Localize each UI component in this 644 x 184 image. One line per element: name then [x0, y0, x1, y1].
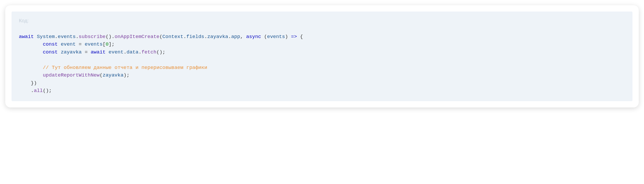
code-line-1: await System.events.subscribe().onAppIte…: [19, 34, 303, 40]
code-block: Код: await System.events.subscribe().onA…: [12, 12, 632, 101]
code-line-5: // Тут обновляем данные отчета и перерис…: [19, 65, 207, 71]
code-content: await System.events.subscribe().onAppIte…: [19, 33, 625, 95]
code-line-3: const zayavka = await event.data.fetch()…: [19, 49, 165, 55]
code-label: Код:: [19, 18, 625, 24]
code-line-6: updateReportWithNew(zayavka);: [19, 72, 130, 78]
code-line-8: .all();: [19, 88, 52, 94]
code-line-7: }): [19, 80, 37, 86]
code-container: Код: await System.events.subscribe().onA…: [5, 5, 639, 107]
code-line-2: const event = events[0];: [19, 41, 115, 47]
